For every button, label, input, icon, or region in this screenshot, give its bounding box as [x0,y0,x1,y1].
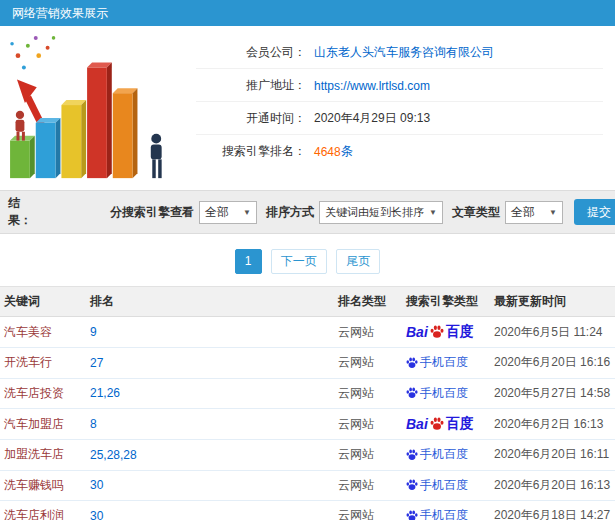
engine-cell: Bai百度 手机百度 [402,470,490,501]
bars [10,63,137,179]
keyword-cell[interactable]: 汽车美容 [0,317,86,348]
info-row-opened: 开通时间： 2020年4月29日 09:13 [196,102,603,135]
article-type-select[interactable]: 全部 ▼ [505,201,563,224]
header-rank: 排名 [86,287,334,317]
engine-cell: Bai百度 手机百度 [402,409,490,440]
baidu-paw-icon [406,510,418,520]
rank-count-unit: 条 [341,143,353,160]
baidu-paw-icon [406,357,418,369]
rank-cell: 27 [86,348,334,379]
keyword-rank-table: 关键词 排名 排名类型 搜索引擎类型 最新更新时间 汽车美容 9 云网站 Bai… [0,286,615,520]
table-row: 洗车店投资 21,26 云网站 Bai百度 手机百度 2020年5月27日 14… [0,378,615,409]
header-keyword: 关键词 [0,287,86,317]
rank-count-label: 搜索引擎排名： [196,143,306,160]
keyword-cell[interactable]: 洗车店利润 [0,501,86,520]
keyword-cell[interactable]: 洗车店投资 [0,378,86,409]
engine-select[interactable]: 全部 ▼ [199,201,257,224]
engine-select-value: 全部 [205,204,229,221]
rank-type-cell: 云网站 [334,440,402,471]
info-row-rank-count: 搜索引擎排名： 4648 条 [196,135,603,167]
rank-type-cell: 云网站 [334,378,402,409]
table-header-row: 关键词 排名 排名类型 搜索引擎类型 最新更新时间 [0,287,615,317]
mobile-baidu-logo: 手机百度 [406,507,468,520]
rank-type-cell: 云网站 [334,317,402,348]
baidu-paw-icon [406,387,418,399]
url-label: 推广地址： [196,77,306,94]
page-title: 网络营销效果展示 [12,6,108,20]
filter-bar: 结果： 分搜索引擎查看 全部 ▼ 排序方式 关键词由短到长排序 ▼ 文章类型 全… [0,190,615,234]
update-time-cell: 2020年6月20日 16:16 [490,348,615,379]
result-label: 结果： [8,195,32,229]
header-update-time: 最新更新时间 [490,287,615,317]
rank-cell: 9 [86,317,334,348]
keyword-cell[interactable]: 洗车赚钱吗 [0,470,86,501]
rank-type-cell: 云网站 [334,501,402,520]
info-row-company: 会员公司： 山东老人头汽车服务咨询有限公司 [196,36,603,69]
table-row: 开洗车行 27 云网站 Bai百度 手机百度 2020年6月20日 16:16 [0,348,615,379]
engine-cell: Bai百度 手机百度 [402,440,490,471]
table-row: 汽车加盟店 8 云网站 Bai百度 手机百度 2020年6月2日 16:13 [0,409,615,440]
person-figure-right [151,134,162,178]
rank-type-cell: 云网站 [334,348,402,379]
baidu-paw-icon [430,325,444,339]
mobile-baidu-logo: 手机百度 [406,354,468,371]
table-row: 汽车美容 9 云网站 Bai百度 手机百度 2020年6月5日 11:24 [0,317,615,348]
rank-cell: 21,26 [86,378,334,409]
baidu-paw-icon [406,449,418,461]
chevron-down-icon: ▼ [243,208,251,217]
rank-cell: 30 [86,470,334,501]
rank-count-value: 4648 [314,145,341,159]
keyword-cell[interactable]: 汽车加盟店 [0,409,86,440]
info-row-url: 推广地址： https://www.lrtlsd.com [196,69,603,102]
type-select-value: 全部 [511,204,535,221]
bar-chart-illustration [6,30,188,190]
hero-section: 会员公司： 山东老人头汽车服务咨询有限公司 推广地址： https://www.… [0,26,615,190]
rank-cell: 30 [86,501,334,520]
company-label: 会员公司： [196,44,306,61]
opened-time-value: 2020年4月29日 09:13 [314,110,430,127]
bar-chart-graphic [6,30,184,188]
update-time-cell: 2020年5月27日 14:58 [490,378,615,409]
sort-filter-label: 排序方式 [266,204,314,221]
company-info-panel: 会员公司： 山东老人头汽车服务咨询有限公司 推广地址： https://www.… [188,30,607,190]
baidu-paw-icon [406,479,418,491]
update-time-cell: 2020年6月20日 16:13 [490,470,615,501]
keyword-cell[interactable]: 加盟洗车店 [0,440,86,471]
sort-select[interactable]: 关键词由短到长排序 ▼ [319,201,443,224]
update-time-cell: 2020年6月2日 16:13 [490,409,615,440]
scatter-dots [10,36,55,70]
pagination: 1 下一页 尾页 [0,249,615,274]
opened-label: 开通时间： [196,110,306,127]
engine-cell: Bai百度 手机百度 [402,348,490,379]
last-page-button[interactable]: 尾页 [336,249,380,274]
mobile-baidu-logo: 手机百度 [406,477,468,494]
rank-type-cell: 云网站 [334,470,402,501]
rank-type-cell: 云网站 [334,409,402,440]
engine-cell: Bai百度 手机百度 [402,501,490,520]
baidu-paw-icon [430,417,444,431]
keyword-cell[interactable]: 开洗车行 [0,348,86,379]
engine-cell: Bai百度 手机百度 [402,317,490,348]
rank-cell: 25,28,28 [86,440,334,471]
update-time-cell: 2020年6月20日 16:11 [490,440,615,471]
update-time-cell: 2020年6月18日 14:27 [490,501,615,520]
rank-cell: 8 [86,409,334,440]
type-filter-label: 文章类型 [452,204,500,221]
mobile-baidu-logo: 手机百度 [406,446,468,463]
update-time-cell: 2020年6月5日 11:24 [490,317,615,348]
sort-select-value: 关键词由短到长排序 [325,205,424,220]
engine-filter-label: 分搜索引擎查看 [110,204,194,221]
baidu-logo: Bai百度 [406,323,474,341]
table-row: 加盟洗车店 25,28,28 云网站 Bai百度 手机百度 2020年6月20日… [0,440,615,471]
page-button-1[interactable]: 1 [235,249,262,274]
header-engine-type: 搜索引擎类型 [402,287,490,317]
promotion-url-link[interactable]: https://www.lrtlsd.com [314,79,430,93]
company-name-link[interactable]: 山东老人头汽车服务咨询有限公司 [314,44,494,61]
next-page-button[interactable]: 下一页 [271,249,327,274]
chevron-down-icon: ▼ [549,208,557,217]
baidu-logo: Bai百度 [406,415,474,433]
filter-controls: 分搜索引擎查看 全部 ▼ 排序方式 关键词由短到长排序 ▼ 文章类型 全部 ▼ … [104,199,615,225]
page-header: 网络营销效果展示 [0,0,615,26]
submit-button[interactable]: 提交 [574,199,615,225]
page: 网络营销效果展示 [0,0,615,520]
